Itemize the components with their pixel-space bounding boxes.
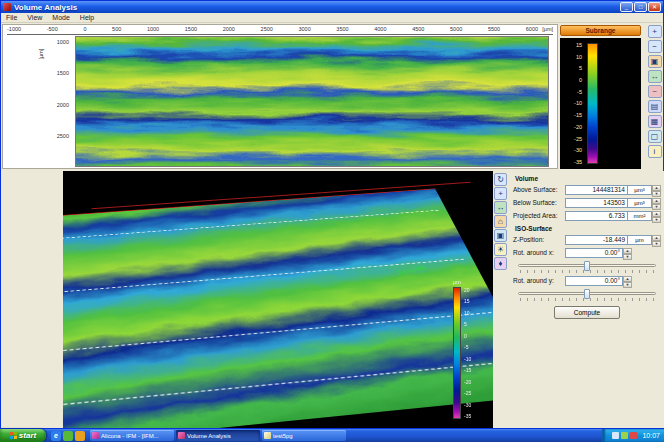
rotation-x-spinner[interactable]: ▲ ▼	[623, 248, 632, 258]
x-tick-label: 3000	[298, 26, 310, 32]
z-position-spinner[interactable]: ▲ ▼	[652, 235, 661, 245]
task-buttons: Alicona - IFM - [IFM... Volume Analysis …	[90, 430, 346, 441]
render-settings-icon[interactable]: ♦	[494, 257, 507, 270]
info-icon[interactable]: i	[648, 145, 662, 158]
x-tick-label: 5500	[488, 26, 500, 32]
projected-area-value[interactable]: 6.733	[565, 211, 628, 221]
menu-item[interactable]: Mode	[47, 13, 75, 23]
z-position-value[interactable]: -18.449	[565, 235, 628, 245]
subrange-tick-label: -15	[574, 112, 582, 118]
subrange-tick-label: -10	[574, 100, 582, 106]
above-surface-unit[interactable]: µm³	[628, 185, 652, 195]
x-tick-label: 1500	[185, 26, 197, 32]
light-icon[interactable]: ☀	[494, 243, 507, 256]
subrange-ticks: 151050-5-10-15-20-25-30-35	[562, 42, 582, 165]
move-view-icon[interactable]: ↔	[648, 70, 662, 83]
snapshot-icon[interactable]: ▣	[494, 229, 507, 242]
spinner-down-icon[interactable]: ▼	[623, 254, 632, 260]
above-surface-label: Above Surface:	[513, 186, 565, 193]
projected-area-unit-spinner[interactable]: ▲ ▼	[652, 211, 661, 221]
compute-button[interactable]: Compute	[554, 306, 620, 319]
show-desktop-icon[interactable]	[63, 431, 73, 441]
above-surface-unit-spinner[interactable]: ▲ ▼	[652, 185, 661, 195]
x-tick-label: 4500	[412, 26, 424, 32]
spinner-down-icon[interactable]: ▼	[652, 217, 661, 223]
colorbar-tick-label: 15	[464, 298, 471, 304]
close-button[interactable]: ✕	[648, 2, 661, 12]
spinner-down-icon[interactable]: ▼	[652, 204, 661, 210]
surface-heightmap-2d[interactable]	[75, 36, 549, 167]
task-button-volume-analysis[interactable]: Volume Analysis	[176, 430, 260, 441]
colorbar-tick-label: -25	[464, 390, 471, 396]
x-tick-label: 2500	[261, 26, 273, 32]
internet-explorer-icon[interactable]: e	[51, 431, 61, 441]
pan-3d-icon[interactable]: ↔	[494, 201, 507, 214]
view3d-toolbar: ↻+↔⌂▣☀♦	[494, 173, 509, 270]
surface-3d-view[interactable]: 2.2×10mm µm 20151050-5-10-15-20-25-30-35	[63, 171, 493, 428]
app-icon	[264, 432, 271, 439]
spinner-down-icon[interactable]: ▼	[623, 282, 632, 288]
zoom-out-icon[interactable]: −	[648, 40, 662, 53]
iso-surface-section-header: ISO-Surface	[515, 225, 664, 232]
reset-view-icon[interactable]: ⌂	[494, 215, 507, 228]
spinner-down-icon[interactable]: ▼	[652, 191, 661, 197]
projected-area-row: Projected Area: 6.733 mm² ▲ ▼	[513, 210, 661, 221]
rotate-3d-icon[interactable]: ↻	[494, 173, 507, 186]
subrange-tick-label: -35	[574, 159, 582, 165]
colorbar-tick-label: -5	[464, 344, 471, 350]
above-surface-value[interactable]: 144481314	[565, 185, 628, 195]
spinner-down-icon[interactable]: ▼	[652, 241, 661, 247]
rotation-y-value[interactable]: 0.00°	[565, 276, 623, 286]
subrange-button[interactable]: Subrange	[560, 25, 641, 36]
rotation-x-slider[interactable]	[518, 260, 656, 273]
volume-analysis-window: Volume Analysis _ □ ✕ FileViewModeHelp -…	[0, 0, 664, 429]
rotation-x-value[interactable]: 0.00°	[565, 248, 623, 258]
x-tick-label: 500	[112, 26, 121, 32]
slider-ticks	[520, 298, 654, 301]
rotation-x-row: Rot. around x: 0.00° ▲ ▼	[513, 247, 661, 258]
tray-icons	[612, 432, 637, 439]
projected-area-unit[interactable]: mm²	[628, 211, 652, 221]
subrange-tool-icon[interactable]: ▤	[648, 100, 662, 113]
system-tray: 10:07	[602, 429, 664, 442]
height-colorbar-3d: µm 20151050-5-10-15-20-25-30-35	[453, 279, 487, 421]
above-surface-row: Above Surface: 144481314 µm³ ▲ ▼	[513, 184, 661, 195]
subrange-tick-label: 10	[576, 54, 582, 60]
start-button[interactable]: start	[0, 429, 46, 442]
screenshot-icon[interactable]: ▢	[648, 130, 662, 143]
rotation-y-spinner[interactable]: ▲ ▼	[623, 276, 632, 286]
menu-item[interactable]: View	[22, 13, 47, 23]
below-surface-unit-spinner[interactable]: ▲ ▼	[652, 198, 661, 208]
media-player-icon[interactable]	[75, 431, 85, 441]
rotation-y-slider[interactable]	[518, 288, 656, 301]
projected-area-label: Projected Area:	[513, 212, 565, 219]
below-surface-value[interactable]: 143503	[565, 198, 628, 208]
subrange-tick-label: 0	[579, 77, 582, 83]
task-button-alicona[interactable]: Alicona - IFM - [IFM...	[90, 430, 174, 441]
menu-item[interactable]: Help	[75, 13, 99, 23]
volume-icon[interactable]	[621, 432, 628, 439]
colorbar-tick-label: -35	[464, 413, 471, 419]
colorbar-tick-label: 0	[464, 333, 471, 339]
top-2d-view-pane: -1000-5000500100015002000250030003500400…	[2, 24, 558, 169]
quick-launch: e	[51, 431, 85, 441]
maximize-button[interactable]: □	[634, 2, 647, 12]
below-surface-unit[interactable]: µm³	[628, 198, 652, 208]
minimize-button[interactable]: _	[620, 2, 633, 12]
menu-item[interactable]: File	[1, 13, 22, 23]
alert-icon[interactable]	[630, 432, 637, 439]
network-icon[interactable]	[612, 432, 619, 439]
profile-line-icon[interactable]: ~	[648, 85, 662, 98]
zoom-fit-icon[interactable]: ▣	[648, 55, 662, 68]
colorbar-tick-label: -20	[464, 379, 471, 385]
x-tick-label: 0	[83, 26, 86, 32]
task-button-test5pg[interactable]: test5pg	[262, 430, 346, 441]
x-ticks: -1000-5000500100015002000250030003500400…	[7, 26, 538, 32]
z-position-unit[interactable]: µm	[628, 235, 652, 245]
zoom-in-icon[interactable]: +	[648, 25, 662, 38]
colorbar-tick-label: -10	[464, 356, 471, 362]
start-label: start	[19, 431, 36, 440]
zoom-3d-icon[interactable]: +	[494, 187, 507, 200]
colorbar-unit-label: µm	[453, 279, 487, 285]
color-palette-icon[interactable]: ▦	[648, 115, 662, 128]
